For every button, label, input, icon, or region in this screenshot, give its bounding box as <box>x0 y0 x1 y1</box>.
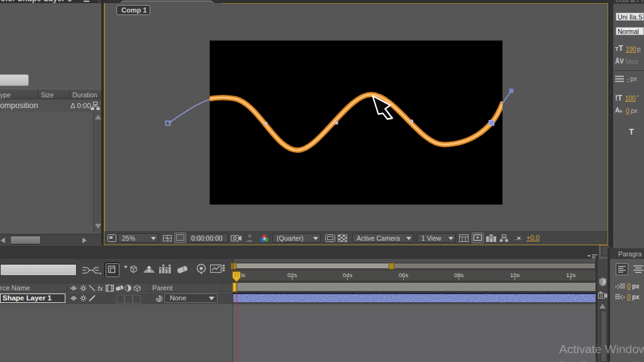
svg-text:fx: fx <box>97 285 103 292</box>
